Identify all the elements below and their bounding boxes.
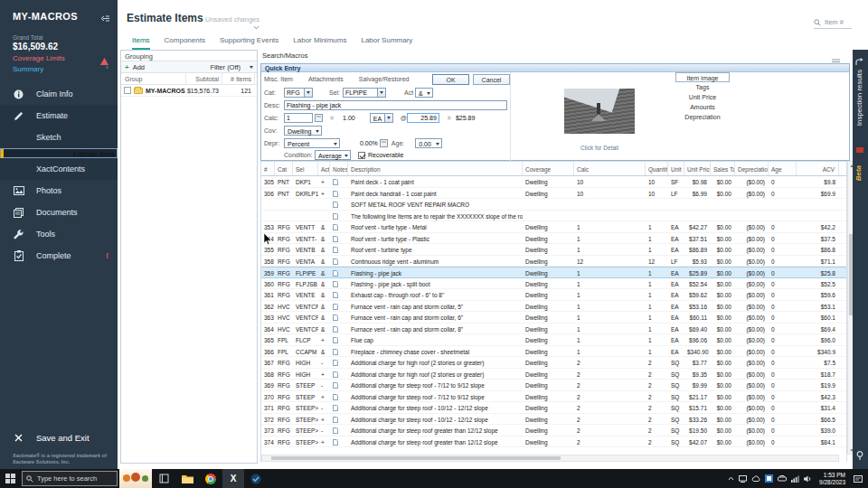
taskbar-search[interactable]: Type here to search bbox=[22, 471, 118, 486]
note-icon[interactable] bbox=[333, 236, 338, 242]
horizontal-scrollbar[interactable] bbox=[261, 455, 839, 462]
table-row[interactable]: 370RFGSTEEP+Additional charge for steep … bbox=[261, 391, 846, 403]
chrome-icon[interactable] bbox=[199, 469, 222, 488]
column-header[interactable]: Sel bbox=[293, 162, 318, 175]
cov-select[interactable]: Dwelling bbox=[284, 126, 322, 136]
tab-labor-summary[interactable]: Labor Summary bbox=[354, 33, 420, 50]
table-row[interactable]: 366FPLCCAPM&Fireplace - chimney chase co… bbox=[261, 346, 846, 358]
note-icon[interactable] bbox=[333, 337, 338, 343]
sidebar-item-documents[interactable]: Documents bbox=[0, 202, 118, 223]
tab-components[interactable]: Components bbox=[157, 33, 212, 50]
column-header[interactable]: Sales Tax bbox=[711, 162, 735, 175]
table-row[interactable]: 358RFGVENTA&Continuous ridge vent - alum… bbox=[261, 256, 846, 267]
note-icon[interactable] bbox=[333, 360, 338, 366]
calc-input[interactable]: 1 bbox=[284, 113, 313, 123]
tab-misc-item[interactable]: Misc. Item bbox=[264, 76, 293, 82]
tab-items[interactable]: Items bbox=[125, 33, 157, 50]
filter-button[interactable]: Filter (Off) bbox=[210, 63, 241, 71]
unsaved-changes-label[interactable]: Unsaved changes bbox=[205, 15, 259, 23]
save-and-exit-button[interactable]: Save and Exit bbox=[0, 427, 118, 448]
table-row[interactable]: 364HVCVENTCP8&Furnace vent - rain cap an… bbox=[261, 324, 846, 335]
detail-tab-item-image[interactable]: Item Image bbox=[675, 72, 730, 82]
table-row[interactable]: 367RFGHIGH-Additional charge for high ro… bbox=[261, 357, 846, 369]
column-header[interactable]: Depreciation bbox=[735, 162, 769, 175]
note-icon[interactable] bbox=[333, 371, 338, 378]
sidebar-item-estimate[interactable]: Estimate bbox=[0, 105, 118, 127]
column-header[interactable]: Cat bbox=[275, 162, 293, 175]
cat-dropdown-icon[interactable] bbox=[305, 88, 313, 98]
sidebar-collapse-icon[interactable] bbox=[100, 11, 110, 27]
note-icon[interactable] bbox=[333, 405, 338, 411]
click-for-detail[interactable]: Click for Detail bbox=[564, 145, 635, 151]
table-row[interactable]: 363HVCVENTCP6&Furnace vent - rain cap an… bbox=[261, 312, 846, 324]
column-header[interactable]: Quantity bbox=[646, 162, 668, 175]
sel-dropdown-icon[interactable] bbox=[378, 88, 386, 98]
news-weather-widget[interactable] bbox=[119, 469, 152, 488]
table-row[interactable]: 305PNTDKP1+Paint deck - 1 coat paintDwel… bbox=[261, 176, 846, 188]
table-row[interactable]: 365FPLFLCP+Flue capDwelling11EA$96.06$0.… bbox=[261, 334, 846, 346]
note-icon[interactable] bbox=[333, 202, 338, 208]
note-icon[interactable] bbox=[333, 427, 338, 434]
horizontal-scrollbar-thumb[interactable] bbox=[271, 456, 561, 460]
age-select[interactable]: 0.00 bbox=[415, 138, 442, 148]
calculator-icon[interactable] bbox=[315, 114, 323, 122]
condition-select[interactable]: Average bbox=[315, 150, 351, 160]
table-row[interactable]: 361RFGVENTE&Exhaust cap - through roof -… bbox=[261, 289, 846, 301]
table-row[interactable]: 372RFGSTEEP>+Additional charge for steep… bbox=[261, 414, 846, 426]
action-center-icon[interactable] bbox=[851, 474, 865, 483]
note-icon[interactable] bbox=[333, 213, 338, 220]
column-header[interactable]: Act bbox=[318, 162, 330, 175]
table-row[interactable]: 368RFGHIGH+Additional charge for high ro… bbox=[261, 369, 846, 380]
item-search[interactable]: Item # bbox=[814, 18, 852, 29]
note-icon[interactable] bbox=[333, 394, 338, 400]
table-row[interactable]: 369RFGSTEEP-Additional charge for steep … bbox=[261, 380, 846, 391]
table-row[interactable]: 373RFGSTEEP>>-Additional charge for stee… bbox=[261, 425, 846, 436]
sidebar-item-tools[interactable]: Tools bbox=[0, 223, 118, 245]
tray-volume-icon[interactable] bbox=[804, 475, 813, 483]
sidebar-item-photos[interactable]: Photos bbox=[0, 180, 118, 202]
tab-salvage-restored[interactable]: Salvage/Restored bbox=[359, 76, 410, 82]
table-row[interactable]: 353RFGVENTT&Roof vent - turtle type - Me… bbox=[261, 221, 846, 233]
table-row[interactable]: 360RFGFLPJSB&Flashing - pipe jack - spli… bbox=[261, 278, 846, 290]
table-row[interactable]: 374RFGSTEEP>>+Additional charge for stee… bbox=[261, 436, 846, 448]
teams-check-icon[interactable] bbox=[244, 469, 268, 488]
note-icon[interactable] bbox=[333, 191, 338, 197]
coverage-limits-link[interactable]: Coverage Limits bbox=[13, 54, 65, 62]
column-header[interactable]: Description bbox=[348, 162, 523, 175]
column-header[interactable]: Coverage bbox=[523, 162, 574, 175]
table-row[interactable]: 371RFGSTEEP>-Additional charge for steep… bbox=[261, 402, 846, 414]
tab-labor-minimums[interactable]: Labor Minimums bbox=[286, 33, 354, 50]
note-icon[interactable] bbox=[333, 224, 338, 230]
task-view-button[interactable] bbox=[152, 469, 175, 488]
desc-input[interactable]: Flashing - pipe jack bbox=[284, 100, 507, 110]
note-icon[interactable] bbox=[333, 417, 338, 423]
column-header[interactable]: Unit Price bbox=[684, 162, 711, 175]
chevron-down-icon[interactable] bbox=[253, 17, 259, 33]
cancel-button[interactable]: Cancel bbox=[473, 74, 510, 85]
price-input[interactable]: 25.89 bbox=[407, 113, 439, 123]
sidebar-item-claim-info[interactable]: Claim Info bbox=[0, 83, 118, 105]
group-checkbox[interactable] bbox=[124, 87, 131, 94]
table-row[interactable]: 306PNTDKRLP1+Paint deck handrail - 1 coa… bbox=[261, 188, 846, 200]
note-icon[interactable] bbox=[333, 281, 338, 287]
note-icon[interactable] bbox=[333, 349, 338, 355]
tab-attachments[interactable]: Attachments bbox=[308, 76, 344, 82]
depr-calculator-icon[interactable] bbox=[380, 139, 388, 147]
table-row[interactable]: The following line items are to repair t… bbox=[261, 211, 846, 222]
column-header[interactable]: Notes bbox=[330, 162, 348, 175]
detail-tab-tags[interactable]: Tags bbox=[675, 82, 730, 92]
tray-network-icon[interactable] bbox=[791, 475, 799, 483]
tray-display-icon[interactable] bbox=[739, 475, 747, 483]
taskbar-clock[interactable]: 1:53 PM 9/28/2023 bbox=[819, 472, 845, 485]
detail-tab-unit-price[interactable]: Unit Price bbox=[675, 92, 730, 102]
tray-cloud-icon[interactable] bbox=[751, 475, 760, 482]
sel-input[interactable]: FLPIPE bbox=[343, 88, 378, 98]
table-row[interactable]: 362HVCVENTCP5&Furnace vent - rain cap an… bbox=[261, 301, 846, 313]
depr-pct[interactable]: 0.00% bbox=[360, 140, 378, 146]
note-icon[interactable] bbox=[333, 247, 338, 253]
strip-bottom-icon[interactable] bbox=[856, 447, 863, 464]
note-icon[interactable] bbox=[333, 382, 338, 389]
note-icon[interactable] bbox=[333, 326, 338, 333]
column-header[interactable]: Unit bbox=[668, 162, 684, 175]
add-group-button[interactable]: Add bbox=[133, 63, 145, 71]
